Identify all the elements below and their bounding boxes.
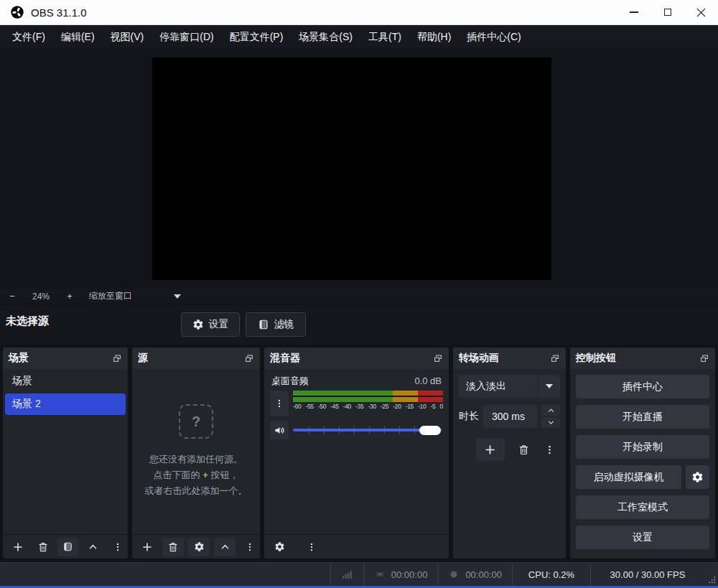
source-properties-label: 设置 xyxy=(209,318,229,331)
fps-indicator: 30.00 / 30.00 FPS xyxy=(590,563,704,586)
menu-item-docks[interactable]: 停靠窗口(D) xyxy=(151,25,221,49)
sources-menu-button[interactable] xyxy=(244,538,256,556)
start-virtual-camera-button[interactable]: 启动虚拟摄像机 xyxy=(576,465,681,489)
audio-mixer-dock: 混音器 桌面音频 0.0 dB -60-55-50-45-40-35-30-25… xyxy=(264,347,449,559)
zoom-in-button[interactable]: + xyxy=(62,291,78,302)
start-streaming-button[interactable]: 开始直播 xyxy=(576,405,709,429)
menu-item-scene-collection[interactable]: 场景集合(S) xyxy=(291,25,360,49)
virtual-camera-settings-button[interactable] xyxy=(686,465,709,489)
maximize-icon xyxy=(664,9,671,16)
transitions-dock: 转场动画 淡入淡出 时长 300 ms xyxy=(453,347,566,559)
zoom-dropdown-icon[interactable] xyxy=(174,294,181,299)
studio-mode-button[interactable]: 工作室模式 xyxy=(576,495,709,519)
dots-vertical-icon xyxy=(113,542,123,552)
volume-slider[interactable] xyxy=(293,424,442,437)
mixer-dock-title: 混音器 xyxy=(270,352,300,365)
volume-meter-bar-right xyxy=(293,397,443,402)
settings-button[interactable]: 设置 xyxy=(576,526,709,549)
slider-handle[interactable] xyxy=(419,426,441,435)
preview-canvas[interactable] xyxy=(152,57,551,280)
gear-advanced-icon xyxy=(274,541,285,552)
chevron-up-icon xyxy=(547,406,555,414)
mixer-menu-button[interactable] xyxy=(306,538,317,556)
popout-icon[interactable] xyxy=(244,353,254,363)
mute-button[interactable] xyxy=(270,421,289,439)
add-source-button[interactable] xyxy=(136,538,158,556)
menu-bar: 文件(F) 编辑(E) 视图(V) 停靠窗口(D) 配置文件(P) 场景集合(S… xyxy=(0,25,718,49)
controls-body: 插件中心 开始直播 开始录制 启动虚拟摄像机 工作室模式 设置 xyxy=(570,369,715,559)
cpu-usage: CPU: 0.2% xyxy=(512,563,590,586)
plus-icon xyxy=(484,444,496,456)
popout-icon[interactable] xyxy=(112,353,122,363)
trash-icon xyxy=(37,541,49,553)
menu-item-view[interactable]: 视图(V) xyxy=(103,25,152,49)
dots-vertical-icon xyxy=(274,398,284,409)
duration-decrease-button[interactable] xyxy=(541,417,560,428)
sources-empty-text: 您还没有添加任何源。 点击下面的 + 按钮， 或者右击此处添加一个。 xyxy=(145,452,248,499)
plus-icon xyxy=(141,541,153,553)
scene-list: 场景 场景 2 xyxy=(3,369,128,534)
menu-item-file[interactable]: 文件(F) xyxy=(4,25,53,49)
start-recording-button[interactable]: 开始录制 xyxy=(576,435,709,459)
mixer-body: 桌面音频 0.0 dB -60-55-50-45-40-35-30-25-20-… xyxy=(264,369,449,534)
scene-filters-button[interactable] xyxy=(57,538,78,556)
fit-to-window-label[interactable]: 缩放至窗口 xyxy=(89,290,132,302)
remove-transition-button[interactable] xyxy=(513,440,535,459)
duration-increase-button[interactable] xyxy=(541,405,560,416)
grip-dots-icon xyxy=(708,576,716,584)
remove-scene-button[interactable] xyxy=(32,538,53,556)
transition-select[interactable]: 淡入淡出 xyxy=(459,375,560,398)
plus-hint: + xyxy=(202,470,208,480)
chevron-down-icon xyxy=(546,384,553,388)
transitions-dock-title: 转场动画 xyxy=(459,352,499,365)
plugin-center-button[interactable]: 插件中心 xyxy=(576,375,709,398)
source-filters-button[interactable]: 滤镜 xyxy=(246,312,306,337)
record-icon xyxy=(448,569,460,580)
gear-icon xyxy=(192,319,204,330)
advanced-audio-button[interactable] xyxy=(269,538,290,556)
resize-grip[interactable] xyxy=(704,563,718,586)
popout-icon[interactable] xyxy=(550,353,560,363)
scenes-menu-button[interactable] xyxy=(113,538,124,556)
filter-icon xyxy=(258,319,269,330)
maximize-button[interactable] xyxy=(651,0,684,24)
scenes-dock-title: 场景 xyxy=(9,352,29,365)
mixer-dock-header: 混音器 xyxy=(264,347,449,369)
popout-icon[interactable] xyxy=(433,353,443,363)
duration-label: 时长 xyxy=(459,410,479,423)
add-scene-button[interactable] xyxy=(7,538,28,556)
close-button[interactable] xyxy=(684,0,718,24)
minimize-button[interactable] xyxy=(617,0,651,24)
title-bar: OBS 31.1.0 xyxy=(0,0,718,25)
menu-item-profile[interactable]: 配置文件(P) xyxy=(222,25,292,49)
source-properties-button[interactable]: 设置 xyxy=(181,312,240,337)
trash-icon xyxy=(167,541,179,553)
question-mark-icon: ? xyxy=(179,404,213,439)
transition-properties-button[interactable] xyxy=(544,440,556,459)
duration-input[interactable]: 300 ms xyxy=(483,405,537,428)
move-scene-up-button[interactable] xyxy=(83,538,103,556)
streaming-icon xyxy=(374,569,386,580)
remove-source-button[interactable] xyxy=(162,538,184,556)
sources-toolbar xyxy=(132,534,260,559)
menu-item-plugin-center[interactable]: 插件中心(C) xyxy=(459,25,528,49)
add-transition-button[interactable] xyxy=(476,438,505,461)
menu-item-edit[interactable]: 编辑(E) xyxy=(53,25,103,49)
record-timer: 00:00:00 xyxy=(437,563,512,586)
source-list[interactable]: ? 您还没有添加任何源。 点击下面的 + 按钮， 或者右击此处添加一个。 xyxy=(132,369,260,534)
scene-item[interactable]: 场景 xyxy=(5,370,126,392)
sources-empty-state: ? 您还没有添加任何源。 点击下面的 + 按钮， 或者右击此处添加一个。 xyxy=(132,369,260,534)
source-properties-toolbar-button[interactable] xyxy=(188,538,210,556)
audio-source-menu-button[interactable] xyxy=(270,391,289,416)
speaker-icon xyxy=(274,424,286,437)
popout-icon[interactable] xyxy=(699,353,709,363)
close-icon xyxy=(694,6,708,19)
scene-item-selected[interactable]: 场景 2 xyxy=(5,393,126,415)
chevron-up-icon xyxy=(220,541,230,552)
move-source-up-button[interactable] xyxy=(214,538,236,556)
volume-meter-bar-left xyxy=(293,391,443,396)
zoom-out-button[interactable]: − xyxy=(4,291,20,302)
menu-item-help[interactable]: 帮助(H) xyxy=(409,25,459,49)
connection-status xyxy=(330,563,363,586)
menu-item-tools[interactable]: 工具(T) xyxy=(360,25,409,49)
